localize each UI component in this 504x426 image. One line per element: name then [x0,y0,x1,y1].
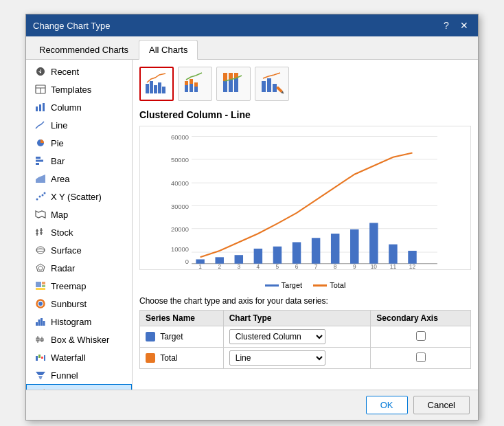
treemap-icon [34,280,47,291]
svg-text:6: 6 [295,263,299,269]
dialog-footer: OK Cancel [26,390,478,420]
svg-rect-51 [154,85,157,93]
svg-rect-56 [190,84,193,92]
sidebar-item-recent[interactable]: Recent [26,63,132,80]
sidebar-item-bar[interactable]: Bar [26,152,132,170]
svg-rect-9 [36,163,39,165]
sidebar-item-sunburst[interactable]: Sunburst [26,295,132,313]
svg-text:9: 9 [353,263,356,269]
series-name-target: Target [140,326,224,348]
chart-icon-100stacked-col-line[interactable] [216,67,251,101]
svg-text:10000: 10000 [171,246,189,253]
svg-rect-57 [190,79,193,84]
svg-rect-59 [194,82,198,87]
sidebar-item-xyscatter[interactable]: X Y (Scatter) [26,188,132,205]
sidebar-item-map[interactable]: Map [26,205,132,223]
area-icon [34,173,47,184]
svg-rect-26 [36,282,41,287]
col-series-name: Series Name [140,311,224,326]
sidebar-item-boxwhisker[interactable]: Box & Whisker [26,330,132,348]
svg-rect-89 [273,247,282,264]
svg-text:11: 11 [390,263,397,269]
map-icon [34,209,47,220]
ok-button[interactable]: OK [366,396,408,414]
note-text: Note: Note: If you are using Excel 2010 … [41,421,463,426]
series-section-label: Choose the chart type and axis for your … [139,296,471,306]
tab-recommended[interactable]: Recommended Charts [29,40,139,60]
sidebar-item-histogram[interactable]: Histogram [26,313,132,330]
svg-text:20000: 20000 [171,226,189,233]
secondary-axis-total-cell [371,348,471,369]
chart-legend: Target Total [139,281,471,289]
close-button[interactable]: ✕ [457,19,471,32]
total-color-dot [146,353,155,363]
svg-rect-42 [41,357,43,359]
title-controls: ? ✕ [439,19,471,32]
svg-text:40000: 40000 [171,180,189,187]
svg-text:5: 5 [276,263,279,269]
sidebar-item-area[interactable]: Area [26,170,132,188]
stock-icon [34,227,47,238]
sidebar-item-treemap[interactable]: Treemap [26,277,132,295]
svg-text:50000: 50000 [171,157,189,164]
svg-text:7: 7 [314,263,318,269]
svg-point-14 [44,192,46,194]
secondary-axis-target-cell [371,326,471,348]
chart-type-target-cell: Clustered Column Line Stacked Column 100… [223,326,371,348]
chart-icon-custom-combo[interactable] [255,67,289,101]
sidebar-item-surface[interactable]: Surface [26,241,132,259]
svg-text:4: 4 [257,263,260,269]
chart-type-icons [139,67,471,101]
help-button[interactable]: ? [439,19,453,32]
sidebar-item-pie[interactable]: Pie [26,134,132,152]
svg-text:1: 1 [198,263,202,269]
chart-type-total-select[interactable]: Clustered Column Line Stacked Column 100… [229,350,325,366]
sidebar-item-line[interactable]: Line [26,116,132,134]
tabs-bar: Recommended Charts All Charts [26,36,478,60]
svg-rect-28 [42,285,45,287]
boxwhisker-icon [34,334,47,345]
svg-text:8: 8 [334,263,337,269]
svg-text:2: 2 [218,263,221,269]
cancel-button[interactable]: Cancel [413,396,470,414]
bar-icon [34,155,47,166]
svg-rect-88 [254,249,262,264]
secondary-axis-total-checkbox[interactable] [416,352,426,362]
legend-total: Total [313,281,345,289]
svg-marker-15 [36,211,45,218]
svg-point-22 [36,247,45,254]
chart-icon-stacked-col-line[interactable] [178,67,212,101]
svg-text:10: 10 [371,263,378,269]
svg-rect-66 [262,81,266,92]
chart-type-target-select[interactable]: Clustered Column Line Stacked Column 100… [229,329,325,344]
sidebar-item-stock[interactable]: Stock [26,223,132,241]
sidebar-item-funnel[interactable]: Funnel [26,366,132,384]
column-icon [34,102,47,113]
svg-rect-49 [146,84,149,93]
line-icon [34,120,47,131]
sidebar-item-column[interactable]: Column [26,98,132,116]
sidebar-item-templates[interactable]: Templates [26,80,132,98]
combo-icon [35,388,47,390]
svg-rect-8 [36,160,43,162]
main-area: Clustered Column - Line 60000 50000 4000… [133,60,478,390]
svg-point-30 [38,302,43,306]
svg-rect-33 [38,320,41,326]
sidebar-item-radar[interactable]: Radar [26,259,132,277]
chart-icon-clustered-col-line[interactable] [139,67,174,101]
sidebar-item-combo[interactable]: Combo [26,384,132,390]
legend-target-color [265,284,279,287]
svg-point-23 [36,249,45,251]
scatter-icon [34,191,47,202]
table-row: Target Clustered Column Line Stacked Col… [140,326,471,348]
svg-marker-25 [38,266,43,270]
funnel-icon [34,370,47,381]
secondary-axis-target-checkbox[interactable] [416,331,426,341]
svg-rect-67 [267,78,271,92]
surface-icon [34,245,47,256]
tab-all-charts[interactable]: All Charts [139,40,198,60]
svg-rect-93 [350,229,358,264]
svg-rect-7 [36,157,41,159]
svg-rect-5 [43,103,45,111]
sidebar-item-waterfall[interactable]: Waterfall [26,348,132,366]
